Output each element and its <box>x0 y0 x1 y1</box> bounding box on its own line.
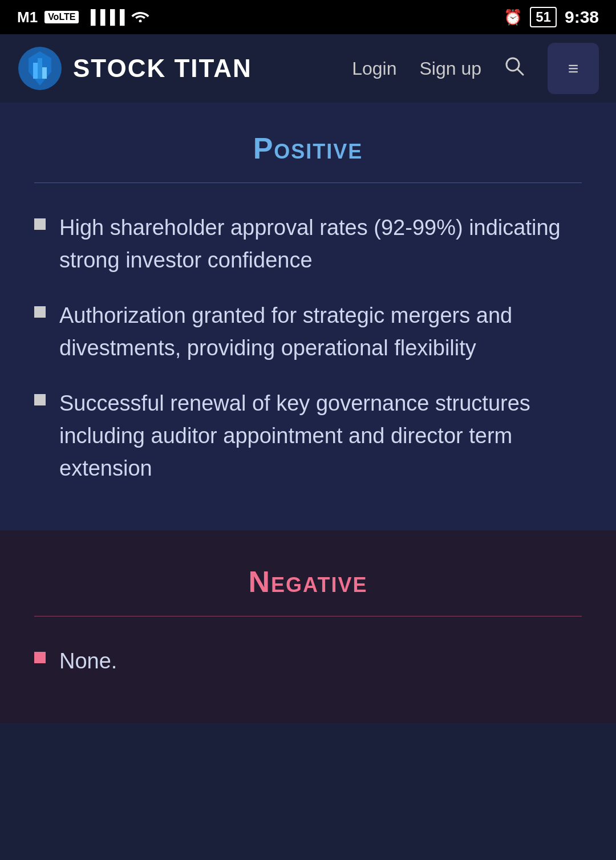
bullet-marker <box>34 218 46 230</box>
carrier-label: M1 <box>17 9 38 26</box>
svg-rect-4 <box>42 67 47 79</box>
svg-rect-2 <box>33 63 38 79</box>
nav-links: Login Sign up ≡ <box>352 43 599 94</box>
list-item: None. <box>34 645 582 678</box>
negative-list: None. <box>34 645 582 678</box>
login-link[interactable]: Login <box>352 58 396 79</box>
bullet-marker-negative <box>34 652 46 663</box>
positive-title: Positive <box>34 131 582 165</box>
status-left: M1 VoLTE ▐▐▐▐ <box>17 9 149 26</box>
svg-line-6 <box>517 69 523 75</box>
logo-text: STOCK TITAN <box>73 54 252 83</box>
main-content: Positive High shareholder approval rates… <box>0 103 616 723</box>
logo-container: STOCK TITAN <box>17 46 252 91</box>
positive-divider <box>34 182 582 183</box>
bullet-marker <box>34 306 46 318</box>
negative-section: Negative None. <box>0 530 616 723</box>
negative-item-1: None. <box>59 645 117 678</box>
positive-item-1: High shareholder approval rates (92-99%)… <box>59 212 582 277</box>
alarm-icon: ⏰ <box>504 9 522 26</box>
search-icon[interactable] <box>504 56 525 82</box>
positive-list: High shareholder approval rates (92-99%)… <box>34 212 582 485</box>
volte-badge: VoLTE <box>44 11 79 23</box>
navbar: STOCK TITAN Login Sign up ≡ <box>0 34 616 103</box>
svg-rect-3 <box>38 58 42 79</box>
positive-section: Positive High shareholder approval rates… <box>0 103 616 530</box>
svg-point-0 <box>139 20 142 23</box>
status-right: ⏰ 51 9:38 <box>504 7 599 27</box>
signal-icon: ▐▐▐▐ <box>86 9 124 25</box>
negative-divider <box>34 616 582 616</box>
logo-icon <box>17 46 63 91</box>
positive-item-2: Authorization granted for strategic merg… <box>59 299 582 364</box>
wifi-icon <box>131 9 149 26</box>
status-bar: M1 VoLTE ▐▐▐▐ ⏰ 51 9:38 <box>0 0 616 34</box>
battery-indicator: 51 <box>530 7 557 27</box>
bullet-marker <box>34 394 46 405</box>
hamburger-icon: ≡ <box>568 58 579 79</box>
positive-item-3: Successful renewal of key governance str… <box>59 387 582 485</box>
list-item: High shareholder approval rates (92-99%)… <box>34 212 582 277</box>
negative-title: Negative <box>34 565 582 599</box>
signup-link[interactable]: Sign up <box>419 58 481 79</box>
list-item: Successful renewal of key governance str… <box>34 387 582 485</box>
menu-button[interactable]: ≡ <box>548 43 599 94</box>
list-item: Authorization granted for strategic merg… <box>34 299 582 364</box>
time-display: 9:38 <box>565 7 599 27</box>
